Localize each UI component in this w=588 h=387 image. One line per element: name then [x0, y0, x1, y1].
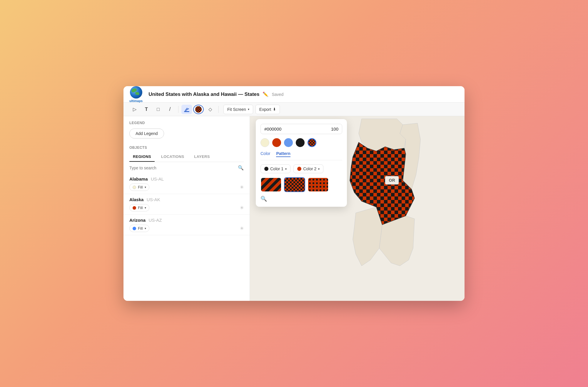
color2-button[interactable]: Color 2 ▾	[293, 164, 323, 173]
california-state[interactable]	[353, 207, 382, 266]
tab-locations[interactable]: LOCATIONS	[158, 152, 188, 162]
page-title: United States with Alaska and Hawaii — S…	[148, 91, 259, 97]
rect-tool-button[interactable]: □	[153, 105, 163, 114]
fit-screen-button[interactable]: Fit Screen ▾	[223, 105, 253, 114]
export-label: Export	[259, 107, 271, 112]
add-legend-button[interactable]: Add Legend	[129, 129, 164, 139]
region-item-alabama: Alabama US-AL Fill ▾ ✳	[123, 174, 250, 194]
pattern-tab[interactable]: Pattern	[276, 151, 290, 157]
fill-dot-alabama	[133, 186, 136, 189]
pattern-dots[interactable]	[308, 177, 329, 192]
toolbar-separator-2	[218, 106, 219, 113]
edit-icon[interactable]: ✏️	[263, 91, 268, 97]
region-name-alabama: Alabama	[129, 176, 148, 181]
erase-tool-button[interactable]: ◇	[205, 105, 216, 114]
map-area[interactable]: OR #000000 100 Colo	[250, 116, 465, 301]
sidebar: LEGEND Add Legend OBJECTS REGIONS LOCATI…	[123, 116, 250, 301]
objects-tabs: REGIONS LOCATIONS LAYERS	[129, 152, 244, 162]
logo-text: ultimaps	[129, 99, 143, 103]
color-tab[interactable]: Color	[260, 151, 270, 157]
fill-dot-alaska	[133, 206, 136, 210]
saved-label: Saved	[272, 92, 284, 97]
region-name-arizona: Arizona	[129, 218, 146, 223]
region-code-alaska: US-AK	[147, 197, 160, 202]
fill-badge-arizona[interactable]: Fill ▾	[129, 225, 149, 232]
fill-chevron-alabama: ▾	[145, 186, 146, 189]
settings-icon-arizona[interactable]: ✳	[240, 226, 244, 231]
line-tool-button[interactable]: /	[165, 105, 175, 114]
objects-section: OBJECTS REGIONS LOCATIONS LAYERS 🔍 Alaba…	[123, 143, 250, 235]
color1-dot	[264, 167, 268, 171]
fill-label-arizona: Fill	[138, 226, 143, 231]
color2-dot	[297, 167, 301, 171]
text-tool-button[interactable]: T	[141, 105, 152, 114]
svg-rect-0	[184, 111, 189, 112]
region-name-alaska: Alaska	[129, 197, 143, 202]
fill-chevron-alaska: ▾	[145, 206, 146, 209]
search-row: 🔍	[123, 162, 250, 174]
fill-label-alaska: Fill	[138, 206, 143, 210]
toolbar-separator	[178, 106, 178, 113]
region-fill-row-alaska: Fill ▾ ✳	[129, 204, 244, 211]
export-icon: ⬇	[273, 107, 276, 111]
hex-input[interactable]: #000000	[264, 126, 300, 131]
swatch-blue[interactable]	[284, 138, 293, 147]
color2-label: Color 2	[303, 166, 316, 171]
color-input-row: #000000 100	[260, 124, 342, 134]
tab-regions[interactable]: REGIONS	[129, 152, 155, 162]
toolbar: ▷ T □ / ◇ Fit Screen ▾ Export ⬇	[123, 103, 465, 116]
color-swatches	[260, 138, 342, 147]
washington-state[interactable]	[359, 119, 406, 151]
color-pattern-tabs: Color Pattern	[260, 151, 342, 160]
fill-label-alabama: Fill	[138, 185, 143, 189]
region-item-arizona: Arizona US-AZ Fill ▾ ✳	[123, 215, 250, 235]
search-icon[interactable]: 🔍	[238, 165, 244, 171]
titlebar: ultimaps United States with Alaska and H…	[123, 86, 465, 103]
region-fill-row-alabama: Fill ▾ ✳	[129, 184, 244, 191]
app-window: ultimaps United States with Alaska and H…	[123, 86, 465, 301]
color1-button[interactable]: Color 1 ▾	[260, 164, 290, 173]
fit-screen-label: Fit Screen	[227, 107, 246, 112]
settings-icon-alaska[interactable]: ✳	[240, 205, 244, 211]
tab-layers[interactable]: LAYERS	[191, 152, 213, 162]
pattern-options	[260, 177, 342, 192]
fill-tool-button[interactable]	[181, 105, 192, 114]
pattern-checker[interactable]	[284, 177, 305, 192]
legend-section-title: LEGEND	[123, 116, 250, 127]
swatch-red[interactable]	[272, 138, 281, 147]
region-code-alabama: US-AL	[151, 176, 164, 181]
region-code-arizona: US-AZ	[148, 218, 162, 223]
oregon-label: OR	[389, 178, 395, 183]
color1-label: Color 1	[270, 166, 283, 171]
region-fill-row-arizona: Fill ▾ ✳	[129, 225, 244, 232]
color-picker-popup: #000000 100 Color Pattern	[256, 119, 347, 207]
export-button[interactable]: Export ⬇	[255, 105, 280, 114]
search-bottom-icon[interactable]: 🔍	[260, 196, 267, 202]
search-bottom-row: 🔍	[260, 196, 342, 202]
fill-chevron-arizona: ▾	[145, 227, 146, 230]
objects-section-title: OBJECTS	[123, 143, 250, 152]
opacity-value: 100	[331, 126, 338, 131]
swatch-yellow[interactable]	[260, 138, 269, 147]
settings-icon-alabama[interactable]: ✳	[240, 184, 244, 190]
fill-badge-alabama[interactable]: Fill ▾	[129, 184, 149, 191]
color-selectors-row: Color 1 ▾ Color 2 ▾	[260, 164, 342, 173]
select-tool-button[interactable]: ▷	[129, 105, 140, 114]
fit-screen-chevron-icon: ▾	[248, 108, 249, 111]
search-input[interactable]	[129, 166, 235, 170]
logo-container: ultimaps	[129, 86, 143, 103]
main-content: LEGEND Add Legend OBJECTS REGIONS LOCATI…	[123, 116, 465, 301]
swatch-black[interactable]	[296, 138, 305, 147]
fill-badge-alaska[interactable]: Fill ▾	[129, 204, 149, 211]
color1-chevron-icon: ▾	[285, 167, 287, 171]
logo-globe	[130, 86, 142, 99]
fill-dot-arizona	[133, 227, 136, 230]
region-item-alaska: Alaska US-AK Fill ▾ ✳	[123, 194, 250, 215]
pattern-stripes[interactable]	[260, 177, 282, 192]
pattern-tool-button[interactable]	[193, 105, 204, 114]
color2-chevron-icon: ▾	[318, 167, 320, 171]
swatch-checker[interactable]	[308, 138, 316, 147]
